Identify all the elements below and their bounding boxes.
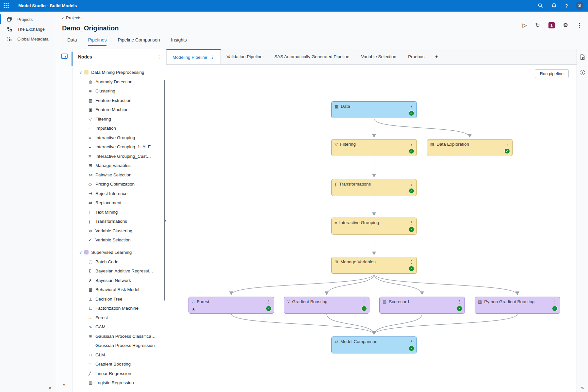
right-rail-collapse-icon[interactable]: « (577, 384, 588, 390)
node-list-item-label: Gradient Boosting (95, 362, 131, 367)
node-list-item[interactable]: ≡Interactive Grouping (79, 133, 166, 142)
tab-data[interactable]: Data (67, 37, 77, 46)
node-kebab-icon[interactable]: ⋮ (457, 299, 462, 304)
pipeline-node-forest[interactable]: ∴Forest⋮★✓ (188, 297, 274, 314)
node-list-item[interactable]: ⊓GLM (79, 350, 166, 360)
node-list-item[interactable]: ⊣Reject Inference (79, 189, 166, 198)
node-kebab-icon[interactable]: ⋮ (409, 220, 414, 225)
node-list-item[interactable]: ≋Gaussian Process Classifica… (79, 332, 166, 341)
node-list-item[interactable]: ≡Interactive Grouping_1_ALE (79, 142, 166, 152)
pipeline-canvas[interactable]: Run pipeline ▦Data⋮✓▽Filtering⋮✓▧Data Ex… (166, 65, 577, 392)
pipeline-node-comparison[interactable]: ⇄Model Comparison⋮✓ (331, 336, 417, 353)
node-list-item[interactable]: ∟Factorization Machine (79, 304, 166, 313)
node-list-item[interactable]: ◇Pricing Optimization (79, 180, 166, 189)
pipeline-tab-pruebas[interactable]: Pruebas (402, 49, 430, 64)
run-pipeline-button[interactable]: Run pipeline (535, 69, 569, 78)
help-icon[interactable]: ? (565, 3, 568, 8)
node-list-item[interactable]: ✓Variable Selection (79, 236, 166, 245)
notifications-icon[interactable] (551, 3, 557, 8)
pipeline-node-pygb[interactable]: ▥Python Gradient Boosting⋮✓ (475, 297, 560, 314)
node-list-item[interactable]: ⊥Decision Tree (79, 294, 166, 304)
search-icon[interactable] (538, 3, 543, 8)
node-label: Manage Variables (340, 259, 407, 264)
settings-gear-icon[interactable]: ⚙ (563, 23, 568, 28)
pipeline-node-transformations[interactable]: ƒTransformations⋮✓ (331, 179, 417, 196)
node-list-item-label: Interactive Grouping_Cust… (95, 154, 151, 159)
node-list-item[interactable]: ⇄Replacement (79, 198, 166, 208)
tab-insights[interactable]: Insights (171, 37, 187, 46)
pipeline-node-exploration[interactable]: ▧Data Exploration⋮✓ (427, 139, 513, 156)
sidebar-item-the-exchange[interactable]: The Exchange (0, 24, 56, 34)
node-list-item[interactable]: ≈Gaussian Process Regression (79, 341, 166, 351)
pipeline-node-manage[interactable]: ⊞Manage Variables⋮✓ (331, 257, 417, 274)
pipeline-tab-validation-pipeline[interactable]: Validation Pipeline (221, 49, 269, 64)
node-list-item[interactable]: ƒTransformations (79, 217, 166, 226)
node-list-item[interactable]: ▩Behavioral Risk Model (79, 285, 166, 295)
node-list-item[interactable]: ▣Feature Machine (79, 105, 166, 115)
run-play-icon[interactable]: ▷ (522, 23, 527, 28)
node-kebab-icon[interactable]: ⋮ (267, 299, 271, 304)
transformations-icon: ƒ (335, 182, 337, 187)
node-list-item[interactable]: ∴Forest (79, 313, 166, 322)
node-list-item[interactable]: ⊛Variable Clustering (79, 226, 166, 236)
refresh-icon[interactable]: ↻ (535, 23, 540, 28)
node-list-item[interactable]: ∗Clustering (79, 87, 166, 96)
node-list-item[interactable]: ▨Feature Extraction (79, 96, 166, 105)
node-list-item[interactable]: ≡Interactive Grouping_Cust… (79, 152, 166, 161)
node-group-data-mining-preprocessing[interactable]: ∨Data Mining Preprocessing (79, 67, 166, 77)
strip-expand-icon[interactable]: » (56, 382, 73, 387)
node-list-item[interactable]: ≔Imputation (79, 124, 166, 133)
nodes-list-scrollbar[interactable] (164, 80, 165, 301)
pipeline-tab-variable-selection[interactable]: Variable Selection (355, 49, 402, 64)
app-grid-icon[interactable] (3, 3, 9, 8)
node-list-item[interactable]: ▽Filtering (79, 114, 166, 124)
node-list-item[interactable]: ∵Gradient Boosting (79, 360, 166, 369)
node-list-item[interactable]: ∿GAM (79, 322, 166, 332)
node-kebab-icon[interactable]: ⋮ (553, 299, 557, 304)
pipeline-node-grouping[interactable]: ≡Interactive Grouping⋮✓ (331, 218, 417, 235)
node-list-item[interactable]: ⊞Manage Variables (79, 161, 166, 171)
node-group-supervised-learning[interactable]: ∨Supervised Learning (79, 247, 166, 257)
node-list-item[interactable]: ⋈Pairwise Selection (79, 170, 166, 180)
sidebar-collapse-icon[interactable]: « (49, 384, 51, 390)
node-list-item[interactable]: ╱Linear Regression (79, 369, 166, 378)
panel-collapse-handle[interactable]: ◀ (164, 219, 166, 222)
nodes-panel-kebab-icon[interactable]: ⋮ (157, 54, 161, 59)
node-label: Interactive Grouping (339, 220, 407, 225)
node-kebab-icon[interactable]: ⋮ (409, 104, 414, 109)
pipeline-node-filtering[interactable]: ▽Filtering⋮✓ (331, 139, 417, 156)
tab-pipeline-comparison[interactable]: Pipeline Comparison (118, 37, 160, 46)
tab-pipelines[interactable]: Pipelines (88, 37, 107, 46)
pipeline-panel-icon[interactable] (61, 54, 68, 59)
pipeline-tab-kebab-icon[interactable]: ⋮ (211, 55, 215, 59)
user-avatar[interactable]: S (576, 2, 583, 9)
node-kebab-icon[interactable]: ⋮ (409, 182, 414, 187)
pipeline-node-data[interactable]: ▦Data⋮✓ (331, 101, 417, 118)
node-list-item[interactable]: ▢Batch Code (79, 257, 166, 267)
pipeline-properties-icon[interactable] (580, 54, 585, 60)
pipeline-node-gb[interactable]: ∵Gradient Boosting⋮✓ (284, 297, 369, 314)
node-kebab-icon[interactable]: ⋮ (505, 142, 509, 147)
node-kebab-icon[interactable]: ⋮ (409, 142, 414, 147)
node-list-item[interactable]: ΣBayesian Additive Regressi… (79, 267, 166, 276)
success-status-icon: ✓ (409, 148, 414, 154)
pipeline-tab-modeling-pipeline[interactable]: Modeling Pipeline⋮ (166, 49, 221, 64)
node-list-item[interactable]: ✗Bayesian Network (79, 276, 166, 285)
add-pipeline-button[interactable]: + (430, 49, 443, 64)
pipeline-tab-sas-automatically-generated-pipeline[interactable]: SAS Automatically Generated Pipeline (269, 49, 355, 64)
breadcrumb[interactable]: ‹ Projects (62, 15, 588, 21)
notification-count-badge[interactable]: 1 (548, 22, 555, 28)
node-kebab-icon[interactable]: ⋮ (409, 339, 414, 344)
header-kebab-icon[interactable]: ⋮ (577, 23, 582, 28)
info-icon[interactable]: i (580, 70, 585, 75)
node-kebab-icon[interactable]: ⋮ (362, 299, 366, 304)
node-list-item[interactable]: ◍Anomaly Detection (79, 77, 166, 87)
node-list-item[interactable]: ▥Logistic Regression (79, 378, 166, 388)
pipeline-node-scorecard[interactable]: ▤Scorecard⋮✓ (379, 297, 465, 314)
node-label: Model Comparison (340, 339, 407, 344)
sidebar-item-projects[interactable]: Projects (0, 14, 56, 24)
node-list-item-label: Feature Machine (95, 107, 128, 112)
node-kebab-icon[interactable]: ⋮ (409, 259, 414, 264)
sidebar-item-global-metadata[interactable]: Global Metadata (0, 34, 56, 44)
node-list-item[interactable]: TText Mining (79, 207, 166, 217)
